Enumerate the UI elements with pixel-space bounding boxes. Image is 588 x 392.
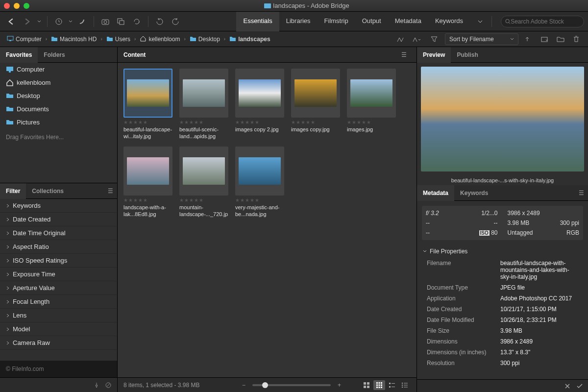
back-button[interactable] <box>4 15 19 28</box>
favorite-computer[interactable]: Computer <box>0 63 117 76</box>
thumbnail[interactable]: ★★★★★beautiful-landscape-wi...italy.jpg <box>123 69 172 140</box>
content-label: Content <box>123 51 146 58</box>
ratings-filter-icon[interactable] <box>394 33 408 45</box>
filter-date-time-original[interactable]: Date Time Original <box>0 226 117 240</box>
filter-keywords[interactable]: Keywords <box>0 199 117 213</box>
favorite-pictures[interactable]: Pictures <box>0 116 117 129</box>
filter-aspect-ratio[interactable]: Aspect Ratio <box>0 240 117 254</box>
breadcrumb-users[interactable]: Users <box>104 35 132 44</box>
filter-camera-raw[interactable]: Camera Raw <box>0 336 117 350</box>
filter-funnel-icon[interactable] <box>427 33 441 45</box>
breadcrumb-macintosh-hd[interactable]: Macintosh HD <box>49 35 98 44</box>
window-maximize-button[interactable] <box>24 3 29 9</box>
filter-exposure-time[interactable]: Exposure Time <box>0 268 117 281</box>
nav-chevron-down-icon[interactable] <box>35 15 43 28</box>
rating-stars[interactable]: ★★★★★ <box>123 197 172 203</box>
window-close-button[interactable] <box>4 3 10 9</box>
property-key: Document Type <box>427 284 500 291</box>
content-panel-menu-icon[interactable]: ☰ <box>397 51 411 58</box>
workspace-tab-metadata[interactable]: Metadata <box>388 12 428 31</box>
filter-focal-length[interactable]: Focal Length <box>0 295 117 309</box>
new-folder-button[interactable] <box>554 33 567 45</box>
thumbnail[interactable]: ★★★★★images copy 2.jpg <box>235 69 284 140</box>
svg-rect-19 <box>376 384 378 386</box>
workspace-more-button[interactable] <box>473 15 488 28</box>
apply-button[interactable] <box>576 383 583 389</box>
tab-collections[interactable]: Collections <box>26 183 70 199</box>
ratings-filter-dropdown-icon[interactable] <box>410 33 423 45</box>
thumbnail[interactable]: ★★★★★mountain-landscape-..._720.jpg <box>179 147 228 218</box>
property-key: Application <box>427 295 500 302</box>
favorite-documents[interactable]: Documents <box>0 102 117 116</box>
batch-button[interactable] <box>114 15 128 28</box>
rotate-cw-button[interactable] <box>168 15 183 28</box>
view-grid-small-button[interactable] <box>373 380 385 390</box>
search-input[interactable] <box>511 18 580 25</box>
sort-direction-button[interactable] <box>520 33 534 45</box>
tab-folders[interactable]: Folders <box>38 47 71 63</box>
open-recent-icon[interactable] <box>538 33 552 45</box>
cancel-icon[interactable] <box>105 382 111 388</box>
sort-dropdown[interactable]: Sort by Filename <box>445 33 518 45</box>
thumbnail-grid[interactable]: ★★★★★beautiful-landscape-wi...italy.jpg★… <box>118 63 416 377</box>
filter-aperture-value[interactable]: Aperture Value <box>0 281 117 295</box>
rating-stars[interactable]: ★★★★★ <box>235 197 284 203</box>
rating-stars[interactable]: ★★★★★ <box>179 197 228 203</box>
thumbnail[interactable]: ★★★★★landscape-with-a-lak...8Ed8.jpg <box>123 147 172 218</box>
workspace-tab-output[interactable]: Output <box>355 12 388 31</box>
tab-keywords[interactable]: Keywords <box>454 185 494 201</box>
trash-button[interactable] <box>569 33 583 45</box>
cancel-button[interactable] <box>564 383 570 389</box>
filter-date-created[interactable]: Date Created <box>0 213 117 226</box>
tab-publish[interactable]: Publish <box>451 47 484 63</box>
view-list-button[interactable] <box>399 380 411 390</box>
thumbnail[interactable]: ★★★★★very-majestic-and-be...nada.jpg <box>235 147 284 218</box>
boomerang-button[interactable] <box>75 15 90 28</box>
search-box[interactable] <box>501 16 584 27</box>
thumbnail[interactable]: ★★★★★images copy.jpg <box>291 69 340 140</box>
metadata-panel-menu-icon[interactable]: ☰ <box>575 190 588 196</box>
file-properties-toggle[interactable]: File Properties <box>422 245 583 258</box>
pin-icon[interactable] <box>94 382 99 388</box>
recent-dropdown-icon[interactable] <box>67 15 74 28</box>
capture-button[interactable] <box>98 15 113 28</box>
breadcrumb-landscapes[interactable]: landscapes <box>227 35 272 44</box>
workspace-tab-essentials[interactable]: Essentials <box>236 12 279 31</box>
breadcrumb-kellenbloom[interactable]: kellenbloom <box>138 35 182 44</box>
workspace-tab-keywords[interactable]: Keywords <box>428 12 470 31</box>
recent-button[interactable] <box>51 15 66 28</box>
preview-image[interactable] <box>421 67 584 172</box>
rating-stars[interactable]: ★★★★★ <box>291 120 340 125</box>
rotate-ccw-button[interactable] <box>152 15 167 28</box>
thumbnail[interactable]: ★★★★★beautiful-scenic-land...apids.jpg <box>179 69 228 140</box>
filter-iso-speed-ratings[interactable]: ISO Speed Ratings <box>0 254 117 268</box>
filter-model[interactable]: Model <box>0 322 117 336</box>
tab-preview[interactable]: Preview <box>417 47 451 63</box>
window-minimize-button[interactable] <box>14 3 20 9</box>
rating-stars[interactable]: ★★★★★ <box>123 120 172 125</box>
forward-button[interactable] <box>20 15 34 28</box>
tab-metadata[interactable]: Metadata <box>417 185 454 201</box>
favorite-desktop[interactable]: Desktop <box>0 89 117 102</box>
property-value: 3986 x 2489 <box>500 338 578 345</box>
thumbnail-size-slider[interactable] <box>252 384 331 386</box>
chevron-right-icon <box>6 218 10 221</box>
workspace-tab-filmstrip[interactable]: Filmstrip <box>318 12 355 31</box>
view-details-button[interactable] <box>386 380 398 390</box>
view-grid-large-button[interactable] <box>361 380 372 390</box>
zoom-in-button[interactable]: + <box>338 382 341 389</box>
tab-favorites[interactable]: Favorites <box>0 47 38 63</box>
filter-lens[interactable]: Lens <box>0 309 117 322</box>
thumbnail[interactable]: ★★★★★images.jpg <box>347 69 396 140</box>
breadcrumb-desktop[interactable]: Desktop <box>188 35 222 44</box>
favorite-kellenbloom[interactable]: kellenbloom <box>0 76 117 89</box>
filter-panel-menu-icon[interactable]: ☰ <box>104 188 117 195</box>
zoom-out-button[interactable]: − <box>242 382 245 389</box>
breadcrumb-computer[interactable]: Computer <box>5 35 44 44</box>
rating-stars[interactable]: ★★★★★ <box>235 120 284 125</box>
tab-filter[interactable]: Filter <box>0 183 26 199</box>
refresh-button[interactable] <box>129 15 144 28</box>
rating-stars[interactable]: ★★★★★ <box>179 120 228 125</box>
rating-stars[interactable]: ★★★★★ <box>347 120 396 125</box>
workspace-tab-libraries[interactable]: Libraries <box>279 12 318 31</box>
